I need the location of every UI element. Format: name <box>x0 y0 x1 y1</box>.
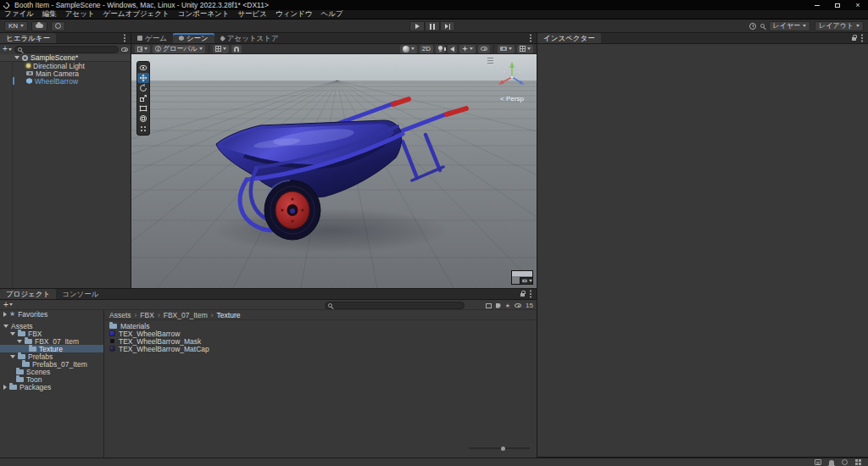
tab-inspector[interactable]: インスペクター <box>537 33 601 43</box>
hierarchy-search-input[interactable] <box>24 46 115 53</box>
scene-audio-toggle[interactable] <box>448 45 457 53</box>
expand-arrow-icon[interactable] <box>3 385 7 390</box>
lightbulb-icon <box>438 46 442 50</box>
tree-item-assets[interactable]: Assets <box>0 322 103 330</box>
scene-visibility-icon[interactable] <box>121 47 128 52</box>
play-button[interactable] <box>409 21 425 31</box>
cloud-button[interactable] <box>31 21 47 31</box>
tab-hierarchy[interactable]: ヒエラルキー <box>0 33 56 43</box>
expand-arrow-icon[interactable] <box>14 56 19 59</box>
tab-asset-store[interactable]: アセットストア <box>214 33 285 43</box>
menu-item-assets[interactable]: アセット <box>61 9 99 19</box>
undo-history-icon[interactable] <box>749 23 756 30</box>
expand-arrow-icon[interactable] <box>10 355 15 358</box>
expand-arrow-icon[interactable] <box>3 325 8 328</box>
menu-item-services[interactable]: サービス <box>233 9 271 19</box>
crumb-assets[interactable]: Assets <box>109 311 131 319</box>
lock-icon[interactable] <box>520 293 525 297</box>
tab-game[interactable]: ゲーム <box>131 33 173 43</box>
menu-item-help[interactable]: ヘルプ <box>317 9 348 19</box>
snap-increment-toggle[interactable] <box>231 45 242 53</box>
tree-item-packages[interactable]: Packages <box>0 383 103 391</box>
search-by-type-icon[interactable] <box>486 303 492 308</box>
tree-item-prefabs-07-item[interactable]: Prefabs_07_Item <box>0 360 103 368</box>
crumb-texture[interactable]: Texture <box>217 311 241 319</box>
tree-item-scenes[interactable]: Scenes <box>0 368 103 375</box>
minimize-button[interactable] <box>807 0 827 10</box>
transform-tool-button[interactable] <box>137 114 149 124</box>
projection-mode-label[interactable]: < Persp <box>500 95 524 103</box>
transform-tool-icon <box>139 114 147 123</box>
magnet-icon <box>234 47 239 52</box>
tab-scene[interactable]: シーン <box>173 33 214 43</box>
services-button[interactable] <box>51 21 65 31</box>
progress-tasks-icon[interactable] <box>855 459 861 465</box>
status-bar <box>0 458 868 466</box>
tool-handle-position-dropdown[interactable] <box>135 45 150 53</box>
window-controls: × <box>807 0 868 10</box>
layers-dropdown[interactable]: レイヤー <box>769 21 811 31</box>
gizmos-dropdown[interactable] <box>517 45 533 53</box>
view-tool-button[interactable] <box>137 63 149 73</box>
grid-snap-dropdown[interactable] <box>213 45 229 53</box>
tab-console[interactable]: コンソール <box>56 289 104 299</box>
project-folder-tree: ★ Favorites Assets FBX FBX_07_Item Textu… <box>0 310 104 458</box>
menu-item-window[interactable]: ウィンドウ <box>271 9 317 19</box>
thumbnail-size-slider[interactable] <box>469 445 530 452</box>
tree-item-favorites[interactable]: ★ Favorites <box>0 310 103 318</box>
hidden-objects-toggle[interactable] <box>478 45 490 53</box>
unity-logo-icon <box>3 1 11 9</box>
pause-button[interactable] <box>425 21 440 31</box>
layout-dropdown[interactable]: レイアウト <box>815 21 864 31</box>
menu-item-component[interactable]: コンポーネント <box>174 9 234 19</box>
menu-item-edit[interactable]: 編集 <box>38 9 61 19</box>
account-dropdown[interactable]: KN <box>4 21 28 31</box>
panel-menu-icon[interactable] <box>530 37 531 39</box>
project-create-button[interactable]: + <box>3 302 13 308</box>
expand-arrow-icon[interactable] <box>10 332 15 336</box>
shading-mode-dropdown[interactable] <box>400 45 417 53</box>
search-by-label-icon[interactable] <box>496 303 501 308</box>
expand-arrow-icon[interactable] <box>3 312 7 317</box>
2d-toggle[interactable]: 2D <box>420 45 433 53</box>
hidden-packages-icon[interactable] <box>515 303 521 308</box>
tab-hierarchy-label: ヒエラルキー <box>6 33 50 43</box>
console-status-icon[interactable] <box>815 459 821 465</box>
wheel-axle <box>290 208 295 214</box>
activity-indicator-icon[interactable] <box>842 459 848 465</box>
rect-tool-button[interactable] <box>137 103 149 114</box>
panel-menu-icon[interactable] <box>530 293 531 295</box>
panel-menu-icon[interactable] <box>124 37 125 39</box>
notifications-icon[interactable] <box>829 460 834 465</box>
camera-settings-dropdown[interactable] <box>498 45 515 53</box>
effects-dropdown[interactable] <box>459 45 476 53</box>
project-search-input[interactable] <box>334 302 461 309</box>
rotate-tool-button[interactable] <box>137 83 149 93</box>
save-search-icon[interactable]: ★ <box>505 302 510 308</box>
prefab-indicator-bar <box>13 77 14 85</box>
move-tool-button[interactable] <box>137 73 149 83</box>
crumb-fbx-07-item[interactable]: FBX_07_Item <box>164 311 208 319</box>
tab-project[interactable]: プロジェクト <box>0 289 56 299</box>
menu-item-file[interactable]: ファイル <box>0 9 38 19</box>
camera-preview-toggle[interactable] <box>520 277 533 285</box>
tree-item-toon[interactable]: Toon <box>0 375 103 383</box>
close-button[interactable]: × <box>848 0 868 10</box>
step-button[interactable] <box>440 21 455 31</box>
scale-tool-button[interactable] <box>137 93 149 103</box>
scene-viewport[interactable]: < Persp <box>131 54 537 288</box>
lock-icon[interactable] <box>852 37 856 41</box>
maximize-button[interactable] <box>827 0 848 10</box>
crumb-fbx[interactable]: FBX <box>140 311 154 319</box>
file-item-tex-wheelbarrow-matcap[interactable]: TEX_WheelBarrow_MatCap <box>109 345 537 352</box>
toolbar-right-group: レイヤー レイアウト <box>749 21 865 31</box>
menu-item-gameobject[interactable]: ゲームオブジェクト <box>99 9 174 19</box>
expand-arrow-icon[interactable] <box>17 340 22 343</box>
panel-menu-icon[interactable] <box>861 37 863 39</box>
hierarchy-item-wheelbarrow[interactable]: WheelBarrow <box>0 77 131 85</box>
custom-tools-button[interactable] <box>137 124 149 134</box>
hierarchy-create-button[interactable]: + <box>3 46 12 53</box>
global-search-icon[interactable] <box>760 24 765 28</box>
tool-handle-rotation-dropdown[interactable]: グローバル <box>153 45 205 53</box>
slider-thumb[interactable] <box>501 447 505 451</box>
